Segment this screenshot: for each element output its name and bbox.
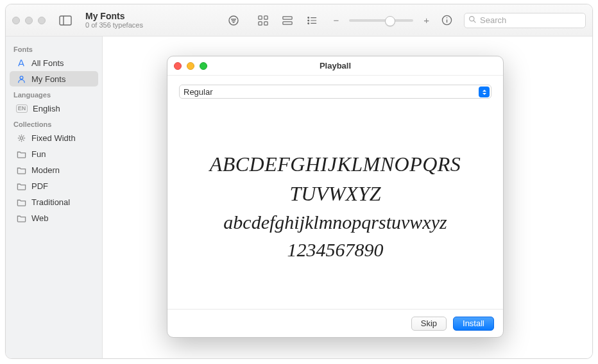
svg-point-12 <box>308 17 309 18</box>
toolbar: My Fonts 0 of 356 typefaces − + <box>6 4 592 37</box>
svg-rect-0 <box>60 16 71 25</box>
sidebar-item-label: My Fonts <box>31 74 65 84</box>
app-window: My Fonts 0 of 356 typefaces − + <box>5 4 593 359</box>
folder-icon <box>16 181 26 191</box>
minimize-window-icon[interactable] <box>25 17 33 24</box>
zoom-out-icon[interactable]: − <box>333 15 339 26</box>
svg-point-24 <box>20 136 22 139</box>
folder-icon <box>16 149 26 159</box>
search-field[interactable]: Search <box>464 13 586 28</box>
font-icon <box>16 58 26 68</box>
chevron-updown-icon <box>479 87 490 97</box>
svg-rect-10 <box>283 16 292 19</box>
sidebar-item-modern[interactable]: Modern <box>10 162 98 178</box>
search-placeholder: Search <box>480 15 506 25</box>
svg-point-21 <box>470 16 474 21</box>
list-view-button[interactable] <box>303 13 320 28</box>
sidebar-item-label: All Fonts <box>31 58 64 68</box>
svg-rect-6 <box>259 15 262 19</box>
sidebar-item-label: English <box>33 104 60 113</box>
sidebar-item-pdf[interactable]: PDF <box>10 178 98 194</box>
font-style-select[interactable]: Regular <box>179 85 491 99</box>
svg-rect-9 <box>264 21 268 24</box>
user-icon <box>16 74 26 84</box>
size-slider[interactable] <box>349 19 413 22</box>
sidebar-header-fonts: Fonts <box>6 42 102 54</box>
zoom-window-icon[interactable] <box>38 17 46 24</box>
svg-point-16 <box>308 22 309 24</box>
preview-upper-2: TUVWXYZ <box>289 181 380 206</box>
sidebar-item-label: Fun <box>31 149 46 159</box>
filter-button[interactable] <box>225 13 242 28</box>
svg-point-20 <box>446 17 447 19</box>
sidebar: Fonts All Fonts My Fonts Languages EN En… <box>6 37 103 358</box>
info-button[interactable] <box>438 13 455 28</box>
sidebar-header-languages: Languages <box>6 87 102 100</box>
search-icon <box>468 15 477 26</box>
dialog-footer: Skip Install <box>167 309 503 337</box>
sidebar-item-traditional[interactable]: Traditional <box>10 194 98 210</box>
window-controls <box>12 17 46 24</box>
svg-rect-7 <box>264 15 268 19</box>
sidebar-item-label: PDF <box>31 181 48 191</box>
view-mode-group <box>255 13 320 28</box>
sidebar-item-label: Modern <box>31 165 60 175</box>
minimize-icon[interactable] <box>187 62 194 70</box>
title-block: My Fonts 0 of 356 typefaces <box>85 12 188 29</box>
svg-point-14 <box>308 20 309 21</box>
folder-icon <box>16 213 26 223</box>
gear-icon <box>16 133 26 143</box>
sidebar-item-fixed-width[interactable]: Fixed Width <box>10 130 98 145</box>
preview-upper-1: ABCDEFGHIJKLMNOPQRS <box>210 151 461 177</box>
dialog-title: Playball <box>320 61 351 70</box>
close-icon[interactable] <box>174 62 182 70</box>
folder-icon <box>16 165 26 175</box>
font-preview-dialog: Playball Regular ABCDEFGHIJKLMNOPQRS TUV… <box>167 56 504 338</box>
sidebar-header-collections: Collections <box>6 117 102 129</box>
sample-view-button[interactable] <box>279 13 296 28</box>
dialog-window-controls <box>174 62 207 70</box>
svg-rect-8 <box>259 21 262 24</box>
font-preview: ABCDEFGHIJKLMNOPQRS TUVWXYZ abcdefghijkl… <box>179 99 491 309</box>
sidebar-item-fun[interactable]: Fun <box>10 146 98 161</box>
sidebar-item-label: Traditional <box>31 197 70 207</box>
content-area: Playball Regular ABCDEFGHIJKLMNOPQRS TUV… <box>103 37 592 358</box>
window-subtitle: 0 of 356 typefaces <box>85 21 188 29</box>
dialog-titlebar: Playball <box>167 56 503 76</box>
svg-line-22 <box>474 21 475 22</box>
preview-lower: abcdefghijklmnopqrstuvwxyz <box>223 210 447 235</box>
install-button[interactable]: Install <box>453 317 494 331</box>
sidebar-item-web[interactable]: Web <box>10 210 98 226</box>
skip-button[interactable]: Skip <box>411 317 447 331</box>
toggle-sidebar-button[interactable] <box>57 13 74 28</box>
zoom-in-icon[interactable]: + <box>423 15 429 26</box>
grid-view-button[interactable] <box>255 13 271 28</box>
size-slider-group: − + <box>333 15 429 26</box>
preview-numbers: 1234567890 <box>287 238 384 262</box>
zoom-icon[interactable] <box>200 62 207 70</box>
svg-rect-11 <box>283 21 292 24</box>
svg-point-23 <box>20 76 23 79</box>
close-window-icon[interactable] <box>12 17 20 24</box>
sidebar-item-english[interactable]: EN English <box>10 101 98 116</box>
lang-badge-icon: EN <box>16 104 28 113</box>
folder-icon <box>16 197 26 207</box>
sidebar-item-label: Web <box>31 213 49 223</box>
sidebar-item-my-fonts[interactable]: My Fonts <box>10 71 98 87</box>
font-style-selected: Regular <box>184 87 213 97</box>
sidebar-item-label: Fixed Width <box>31 133 76 143</box>
sidebar-item-all-fonts[interactable]: All Fonts <box>10 55 98 70</box>
window-title: My Fonts <box>85 12 188 21</box>
